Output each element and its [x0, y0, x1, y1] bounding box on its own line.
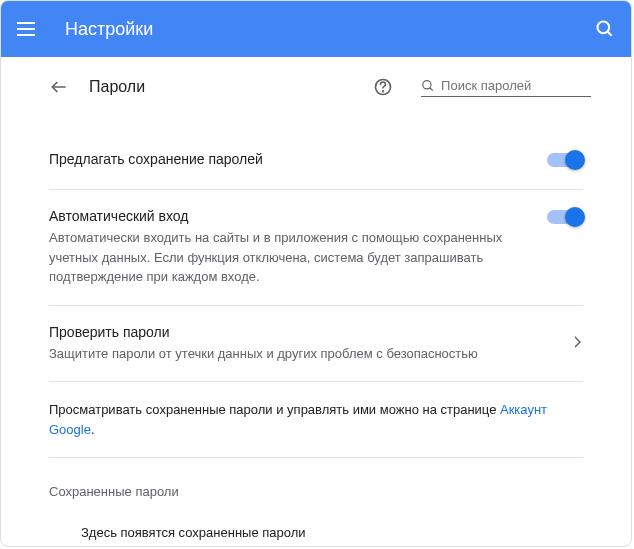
svg-line-6 [430, 87, 433, 90]
offer-save-row: Предлагать сохранение паролей [49, 133, 583, 190]
auto-login-desc: Автоматически входить на сайты и в прило… [49, 228, 531, 287]
page-title: Пароли [89, 78, 353, 96]
back-icon[interactable] [49, 77, 69, 97]
saved-passwords-header: Сохраненные пароли [49, 458, 583, 507]
search-input[interactable] [441, 78, 591, 93]
app-header: Настройки [1, 1, 631, 57]
offer-save-title: Предлагать сохранение паролей [49, 151, 531, 167]
chevron-right-icon [575, 336, 583, 348]
svg-point-5 [423, 80, 431, 88]
svg-point-0 [598, 22, 610, 34]
manage-info-suffix: . [91, 422, 95, 437]
check-passwords-title: Проверить пароли [49, 324, 559, 340]
offer-save-toggle[interactable] [547, 153, 583, 167]
auto-login-row: Автоматический вход Автоматически входит… [49, 190, 583, 306]
header-title: Настройки [65, 19, 595, 40]
saved-passwords-empty: Здесь появятся сохраненные пароли [49, 507, 583, 547]
manage-info: Просматривать сохраненные пароли и управ… [49, 382, 583, 458]
search-icon-small [421, 78, 435, 94]
check-passwords-row[interactable]: Проверить пароли Защитите пароли от утеч… [49, 306, 583, 383]
manage-info-text: Просматривать сохраненные пароли и управ… [49, 402, 500, 417]
subheader: Пароли [1, 57, 631, 109]
menu-icon[interactable] [17, 17, 41, 41]
svg-line-1 [608, 32, 612, 36]
password-search[interactable] [421, 78, 591, 97]
svg-point-4 [383, 91, 384, 92]
check-passwords-desc: Защитите пароли от утечки данных и други… [49, 344, 559, 364]
auto-login-toggle[interactable] [547, 210, 583, 224]
help-icon[interactable] [373, 77, 393, 97]
auto-login-title: Автоматический вход [49, 208, 531, 224]
search-icon[interactable] [595, 19, 615, 39]
